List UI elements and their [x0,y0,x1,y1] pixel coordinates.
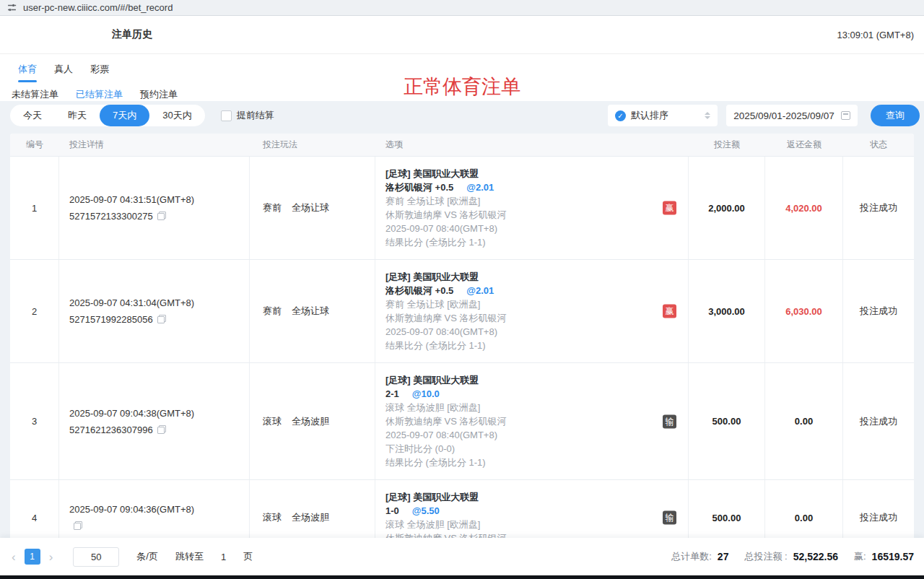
date-range-value: 2025/09/01-2025/09/07 [733,110,834,121]
tab-live[interactable]: 真人 [54,61,73,82]
quick-date-filter-group: 今天 昨天 7天内 30天内 [10,105,205,126]
copy-icon[interactable] [157,425,166,434]
result-badge: 赢 [663,305,676,318]
page-header: 注单历史 13:09:01 (GMT+8) 体育 真人 彩票 未结算注单 已结算… [0,16,924,101]
copy-icon[interactable] [157,315,166,323]
col-header-num: 编号 [10,134,59,156]
play-phase: 滚球 [263,415,282,428]
copy-icon[interactable] [157,212,166,220]
window-bottom-strip [0,575,924,579]
early-settle-checkbox[interactable] [221,110,232,121]
jump-label: 跳转至 [175,550,204,563]
pick-name: 1-0 [385,505,399,516]
next-page-button[interactable]: › [48,551,55,563]
filter-7days-button[interactable]: 7天内 [100,105,149,126]
selection-info-line: 2025-09-07 08:40(GMT+8) [385,325,507,339]
play-phase: 滚球 [263,511,282,524]
sort-selected-value: 默认排序 [631,109,699,122]
filter-30days-button[interactable]: 30天内 [149,105,204,126]
selection-info-line: 下注时比分 (0-0) [385,442,507,456]
bet-id: 5271572133300275 [69,211,153,222]
selection-info-line: 结果比分 (全场比分 1-1) [385,456,507,469]
col-header-amount: 投注额 [689,134,765,156]
total-win-label: 赢: [854,550,866,563]
copy-icon[interactable] [74,521,82,530]
col-header-selection: 选项 [375,134,689,156]
col-header-payout: 返还金额 [765,134,843,156]
selection-info-line: 休斯敦迪纳摩 VS 洛杉矶银河 [385,208,507,222]
jump-page-value: 1 [221,552,226,562]
early-settle-label: 提前结算 [237,109,274,122]
url-text[interactable]: user-pc-new.ciiicc.com/#/bet_record [23,2,173,13]
play-name: 全场波胆 [292,415,329,428]
pick-name: 2-1 [385,388,399,399]
selection-info-line: 2025-09-07 08:40(GMT+8) [385,428,507,442]
content-area: 今天 昨天 7天内 30天内 提前结算 ✓ 默认排序 2025/09/01-20… [0,101,924,575]
filter-row: 今天 昨天 7天内 30天内 提前结算 ✓ 默认排序 2025/09/01-20… [10,105,914,126]
table-row: 3 2025-09-07 09:04:38(GMT+8) 52716212363… [10,362,914,479]
bet-time: 2025-09-07 09:04:36(GMT+8) [69,501,194,518]
pagination-bar: ‹ 1 › 条/页 跳转至 1 页 总计单数: 27 总投注额 : 52,522… [0,538,924,575]
sort-arrows-icon [705,112,710,119]
total-count-label: 总计单数: [671,550,712,563]
early-settle-checkbox-group[interactable]: 提前结算 [221,109,274,122]
browser-url-bar[interactable]: user-pc-new.ciiicc.com/#/bet_record [0,0,924,16]
selection-info-line: 2025-09-07 08:40(GMT+8) [385,222,507,235]
selection-info-lines: 赛前 全场让球 [欧洲盘]休斯敦迪纳摩 VS 洛杉矶银河2025-09-07 0… [385,297,507,352]
check-circle-icon: ✓ [615,110,626,121]
table-row: 1 2025-09-07 04:31:51(GMT+8) 52715721333… [10,156,914,259]
sort-select[interactable]: ✓ 默认排序 [608,105,718,126]
page-title: 注单历史 [112,28,152,41]
selection-info-line: 滚球 全场波胆 [欧洲盘] [385,401,507,414]
odds-value: @10.0 [412,388,440,399]
page-unit-label: 页 [243,550,253,563]
filter-yesterday-button[interactable]: 昨天 [55,105,100,126]
selection-info-line: 休斯敦迪纳摩 VS 洛杉矶银河 [385,414,507,428]
total-count-value: 27 [718,551,729,562]
col-header-detail: 投注详情 [59,134,250,156]
per-page-label: 条/页 [136,550,158,563]
annotation-overlay-text: 正常体育注单 [404,74,520,100]
row-number: 1 [10,157,59,259]
stake-amount: 3,000.00 [689,260,765,362]
prev-page-button[interactable]: ‹ [10,551,17,563]
play-name: 全场让球 [292,305,329,318]
result-badge: 赢 [663,201,676,215]
calendar-icon [841,111,850,120]
col-header-play: 投注玩法 [250,134,375,156]
play-name: 全场让球 [292,201,329,214]
league-name: [足球] 美国职业大联盟 [385,490,507,504]
result-badge: 输 [663,511,676,525]
payout-amount: 4,020.00 [765,157,843,259]
selection-info-line: 结果比分 (全场比分 1-1) [385,235,507,249]
total-stake-value: 52,522.56 [793,551,838,562]
total-win-value: 16519.57 [872,551,914,562]
tab-lottery[interactable]: 彩票 [90,61,109,82]
date-range-picker[interactable]: 2025/09/01-2025/09/07 [726,105,858,126]
per-page-input[interactable] [73,547,119,567]
bet-id: 5271621236307996 [69,425,153,435]
pager: ‹ 1 › 条/页 跳转至 1 页 [10,547,253,567]
total-stake-label: 总投注额 : [744,550,787,563]
clock: 13:09:01 (GMT+8) [837,30,914,40]
bet-time: 2025-09-07 04:31:04(GMT+8) [69,295,194,311]
selection-info-line: 结果比分 (全场比分 1-1) [385,339,507,352]
filter-today-button[interactable]: 今天 [10,105,55,126]
site-controls-icon[interactable] [7,3,17,12]
bet-table: 编号 投注详情 投注玩法 选项 投注额 返还金额 状态 1 2025-09-07… [10,134,914,555]
tab-sports[interactable]: 体育 [18,61,37,82]
bet-time: 2025-09-07 09:04:38(GMT+8) [69,405,194,422]
row-number: 3 [10,363,59,479]
col-header-status: 状态 [843,134,914,156]
selection-info-line: 休斯敦迪纳摩 VS 洛杉矶银河 [385,311,507,325]
stake-amount: 500.00 [689,363,765,479]
play-phase: 赛前 [263,305,282,318]
stake-amount: 2,000.00 [689,157,765,259]
league-name: [足球] 美国职业大联盟 [385,270,507,284]
table-row: 2 2025-09-07 04:31:04(GMT+8) 52715719922… [10,259,914,362]
selection-info-line: 赛前 全场让球 [欧洲盘] [385,297,507,311]
search-button[interactable]: 查询 [871,105,920,126]
selection-info-line: 滚球 全场波胆 [欧洲盘] [385,518,507,531]
current-page-button[interactable]: 1 [25,549,40,565]
bet-status: 投注成功 [843,363,914,479]
